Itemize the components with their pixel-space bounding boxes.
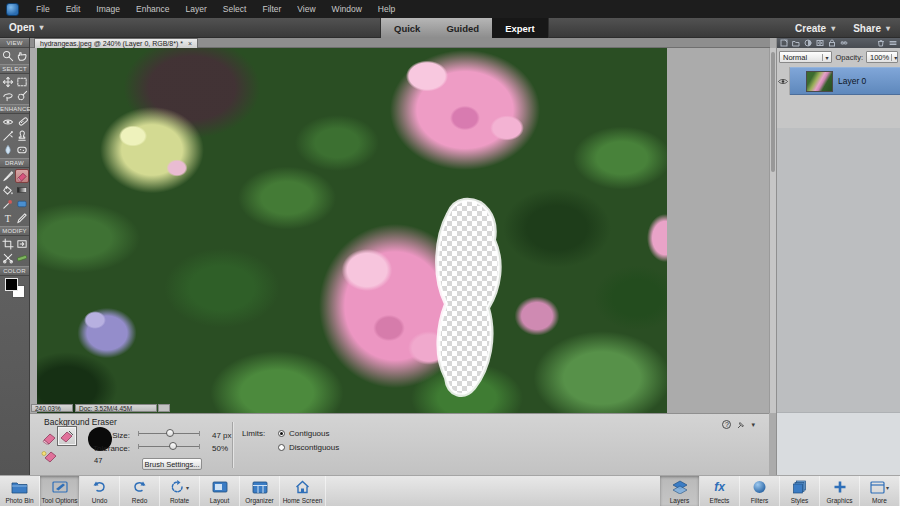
- scrollbar-thumb[interactable]: [771, 52, 775, 172]
- document-tab[interactable]: hydrangeas.jpeg @ 240% (Layer 0, RGB/8*)…: [34, 38, 198, 48]
- layer-lock-column: [793, 68, 801, 94]
- layer-visibility-toggle[interactable]: [777, 67, 790, 95]
- quick-selection-tool[interactable]: [15, 89, 29, 103]
- doc-size-field[interactable]: Doc: 3.52M/4.45M: [75, 404, 157, 412]
- share-button[interactable]: Share ▾: [853, 23, 890, 34]
- trash-icon[interactable]: [877, 39, 885, 47]
- canvas-area[interactable]: 240.03% Doc: 3.52M/4.45M: [30, 48, 769, 413]
- limit-discontiguous-option[interactable]: Discontiguous: [278, 443, 339, 452]
- menu-filter[interactable]: Filter: [254, 4, 289, 14]
- pin-icon[interactable]: [737, 421, 745, 429]
- photo-bin-button[interactable]: Photo Bin: [0, 476, 40, 506]
- layout-button[interactable]: Layout: [200, 476, 240, 506]
- tolerance-slider-thumb[interactable]: [169, 442, 177, 450]
- hydrangea-photo[interactable]: [37, 48, 667, 413]
- zoom-tool[interactable]: [1, 49, 15, 63]
- menu-enhance[interactable]: Enhance: [128, 4, 178, 14]
- panel-menu-icon[interactable]: [889, 39, 897, 47]
- foreground-color-swatch[interactable]: [5, 278, 18, 291]
- straighten-tool[interactable]: [15, 251, 29, 265]
- create-button[interactable]: Create ▾: [795, 23, 835, 34]
- home-screen-button[interactable]: Home Screen: [280, 476, 326, 506]
- content-aware-move-tool[interactable]: [1, 251, 15, 265]
- brush-settings-button[interactable]: Brush Settings...: [142, 458, 202, 470]
- tab-expert[interactable]: Expert: [492, 18, 548, 38]
- menu-image[interactable]: Image: [88, 4, 128, 14]
- selected-layer[interactable]: Layer 0: [790, 67, 900, 95]
- menu-edit[interactable]: Edit: [58, 4, 89, 14]
- hand-tool[interactable]: [15, 49, 29, 63]
- blur-tool[interactable]: [1, 143, 15, 157]
- brush-tool[interactable]: [1, 169, 15, 183]
- pencil-tool[interactable]: [15, 211, 29, 225]
- graphics-button[interactable]: Graphics: [820, 476, 860, 506]
- effects-button[interactable]: fx Effects: [700, 476, 740, 506]
- filters-button[interactable]: Filters: [740, 476, 780, 506]
- menu-file[interactable]: File: [28, 4, 58, 14]
- eraser-tool[interactable]: [15, 169, 29, 183]
- color-swatches[interactable]: [5, 278, 25, 298]
- redo-button[interactable]: Redo: [120, 476, 160, 506]
- menu-layer[interactable]: Layer: [178, 4, 215, 14]
- opacity-select[interactable]: 100% ▾: [866, 51, 898, 63]
- size-slider[interactable]: [138, 429, 200, 438]
- zoom-level-field[interactable]: 240.03%: [31, 404, 73, 412]
- rotate-button[interactable]: ▾ Rotate: [160, 476, 200, 506]
- chevron-down-icon: ▾: [831, 24, 835, 33]
- layer-mask-icon[interactable]: [816, 39, 824, 47]
- smart-brush-tool[interactable]: [1, 129, 15, 143]
- red-eye-removal-tool[interactable]: [1, 115, 15, 129]
- lock-icon[interactable]: [828, 39, 836, 47]
- adjustment-layer-icon[interactable]: [804, 39, 812, 47]
- tolerance-slider[interactable]: [138, 442, 200, 451]
- recompose-tool[interactable]: [15, 237, 29, 251]
- open-button[interactable]: Open ▾: [9, 22, 44, 33]
- color-picker-tool[interactable]: [1, 197, 15, 211]
- undo-button[interactable]: Undo: [80, 476, 120, 506]
- gradient-tool[interactable]: [15, 183, 29, 197]
- radio-selected-icon[interactable]: [278, 430, 285, 437]
- layers-button[interactable]: Layers: [660, 476, 700, 506]
- link-layers-icon[interactable]: [840, 39, 848, 47]
- share-label: Share: [853, 23, 881, 34]
- paint-bucket-tool[interactable]: [1, 183, 15, 197]
- help-icon[interactable]: ?: [722, 420, 731, 429]
- close-icon[interactable]: ×: [188, 40, 192, 47]
- horizontal-scrollbar[interactable]: [158, 404, 170, 412]
- new-layer-icon[interactable]: [780, 39, 788, 47]
- move-tool[interactable]: [1, 75, 15, 89]
- limit-contiguous-option[interactable]: Contiguous: [278, 429, 329, 438]
- lasso-tool[interactable]: [1, 89, 15, 103]
- blend-mode-select[interactable]: Normal ▾: [779, 51, 832, 63]
- menu-help[interactable]: Help: [370, 4, 403, 14]
- layer-row[interactable]: Layer 0: [777, 67, 900, 95]
- tab-quick[interactable]: Quick: [381, 18, 433, 38]
- clone-stamp-tool[interactable]: [15, 129, 29, 143]
- crop-tool[interactable]: [1, 237, 15, 251]
- more-button[interactable]: ▾ More: [860, 476, 900, 506]
- tool-options-button[interactable]: Tool Options: [40, 476, 80, 506]
- shape-tool[interactable]: [15, 197, 29, 211]
- vertical-scrollbar[interactable]: [769, 48, 776, 413]
- organizer-button[interactable]: Organizer: [240, 476, 280, 506]
- tolerance-value: 50%: [212, 444, 228, 453]
- styles-button[interactable]: Styles: [780, 476, 820, 506]
- spot-healing-brush-tool[interactable]: [15, 115, 29, 129]
- marquee-tool[interactable]: [15, 75, 29, 89]
- tab-guided[interactable]: Guided: [433, 18, 492, 38]
- collapse-panel-icon[interactable]: ▾: [751, 421, 755, 429]
- create-label: Create: [795, 23, 826, 34]
- bandage-icon: [16, 116, 28, 128]
- menu-select[interactable]: Select: [215, 4, 255, 14]
- sponge-tool[interactable]: [15, 143, 29, 157]
- new-group-icon[interactable]: [792, 39, 800, 47]
- radio-unselected-icon[interactable]: [278, 444, 285, 451]
- layer-thumbnail[interactable]: [806, 71, 833, 92]
- size-slider-thumb[interactable]: [166, 429, 174, 437]
- layer-name[interactable]: Layer 0: [838, 76, 866, 86]
- magic-eraser-variant-button[interactable]: [39, 448, 59, 464]
- menu-view[interactable]: View: [289, 4, 323, 14]
- background-eraser-variant-button[interactable]: [57, 426, 77, 446]
- type-tool[interactable]: T: [1, 211, 15, 225]
- menu-window[interactable]: Window: [324, 4, 370, 14]
